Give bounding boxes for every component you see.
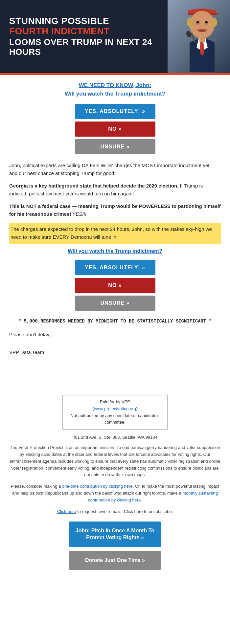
- yes-button-2[interactable]: YES, ABSOLUTELY! »: [75, 260, 155, 275]
- footer-click-here-link[interactable]: Click here: [57, 509, 76, 514]
- trump-silhouette: [168, 0, 230, 73]
- body-paragraph-3: This is NOT a federal case — meaning Tru…: [9, 202, 221, 218]
- footer-please-consider-text: Please, consider making a: [11, 484, 62, 489]
- body-paragraph-1: John, political experts are calling DA F…: [9, 162, 221, 177]
- signoff-line1: Please don't delay,: [9, 330, 221, 339]
- footer-please-consider: Please, consider making a one-time contr…: [9, 483, 221, 503]
- hero-line1: STUNNING POSSIBLE: [9, 16, 161, 26]
- svg-point-13: [185, 30, 192, 38]
- need-to-know-link[interactable]: WE NEED TO KNOW, John: Will you watch th…: [65, 82, 165, 97]
- paid-by-text: Paid for by VPP: [67, 399, 163, 406]
- responses-needed: * 5,000 RESPONSES NEEDED BY MIDNIGHT TO …: [9, 318, 221, 325]
- body-p2-bold: Georgia is a key battleground state that…: [9, 183, 178, 189]
- svg-point-4: [187, 18, 194, 27]
- footer-period: .: [141, 498, 142, 502]
- no-button-1[interactable]: NO »: [75, 122, 155, 137]
- hero-text-block: STUNNING POSSIBLE FOURTH INDICTMENT LOOM…: [0, 0, 168, 73]
- hero-image-block: [168, 0, 230, 73]
- svg-rect-11: [199, 37, 205, 42]
- unsure-button-2[interactable]: UNSURE »: [75, 296, 155, 311]
- need-to-know-heading: WE NEED TO KNOW, John: Will you watch th…: [9, 81, 221, 98]
- hero-line2: FOURTH INDICTMENT: [9, 26, 161, 36]
- footer-mission: The Voter Protection Project is on an im…: [9, 444, 221, 478]
- signoff-line3: VPP Data Team: [9, 348, 221, 357]
- svg-point-5: [211, 18, 217, 27]
- will-you-watch-link[interactable]: Will you watch the Trump indictment?: [68, 248, 162, 254]
- yes-button-1[interactable]: YES, ABSOLUTELY! »: [75, 104, 155, 119]
- highlight-block: The charges are expected to drop in the …: [9, 223, 221, 244]
- footer-one-time-link[interactable]: one-time contribution by clicking here: [62, 484, 133, 489]
- footer-monthly-cta-button[interactable]: John: Pitch In Once A Month To Protect V…: [69, 522, 161, 547]
- no-button-2[interactable]: NO »: [75, 278, 155, 293]
- footer-unsubscribe: Click here to request fewer emails. Clic…: [9, 508, 221, 515]
- sign-off: Please don't delay, VPP Data Team: [9, 330, 221, 357]
- unsure-button-1[interactable]: UNSURE »: [75, 139, 155, 154]
- will-you-watch-heading: Will you watch the Trump indictment?: [9, 248, 221, 254]
- hero-line3: LOOMS OVER TRUMP IN NEXT 24 HOURS: [9, 37, 161, 57]
- footer: Paid for by VPP (www.protectvoting.org) …: [0, 389, 230, 579]
- button-group-2: YES, ABSOLUTELY! » NO » UNSURE »: [9, 260, 221, 311]
- footer-address: 401 2nd Ave. S, Ste. 303, Seattle, WA 98…: [9, 435, 221, 440]
- body-p3-bold: This is NOT a federal case — meaning Tru…: [9, 203, 220, 217]
- body-p3-italic: YES!!!: [71, 211, 86, 217]
- svg-point-8: [196, 21, 199, 24]
- footer-btn-group: John: Pitch In Once A Month To Protect V…: [9, 522, 221, 569]
- footer-fewer-emails: to request fewer emails. Click here to u…: [76, 509, 173, 514]
- footer-onetime-cta-button[interactable]: Donate Just One Time »: [69, 551, 161, 570]
- trump-svg: [168, 0, 230, 72]
- footer-paid-box: Paid for by VPP (www.protectvoting.org) …: [62, 395, 168, 430]
- footer-website: (www.protectvoting.org): [67, 406, 163, 412]
- svg-point-9: [205, 21, 208, 24]
- svg-point-3: [190, 11, 215, 38]
- button-group-1: YES, ABSOLUTELY! » NO » UNSURE »: [9, 104, 221, 154]
- main-content: WE NEED TO KNOW, John: Will you watch th…: [0, 75, 230, 389]
- body-paragraph-2: Georgia is a key battleground state that…: [9, 182, 221, 198]
- hero-banner: STUNNING POSSIBLE FOURTH INDICTMENT LOOM…: [0, 0, 230, 73]
- footer-website-link[interactable]: www.protectvoting.org: [94, 406, 136, 411]
- footer-not-authorized: Not authorized by any candidate or candi…: [67, 412, 163, 426]
- svg-point-10: [198, 29, 206, 32]
